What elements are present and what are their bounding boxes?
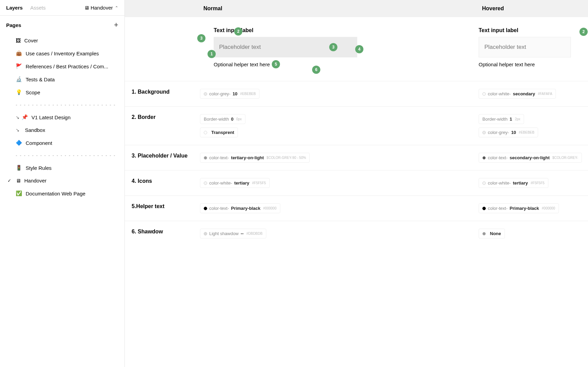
- spec-col-normal: color-text-tertiary-on-light$COLOR-GREY-…: [200, 153, 479, 163]
- spec-label: 6. Shawdow: [125, 229, 200, 239]
- text-input-box-hovered: Placeholder text 2: [479, 37, 571, 57]
- page-divider: - - - - - - - - - - - - - - - - - - - - …: [0, 99, 124, 111]
- spec-chip: color-text-secondary-on-light$COLOR-GREY…: [479, 153, 582, 163]
- page-item[interactable]: ✅Documentation Web Page: [0, 187, 124, 200]
- spec-row: 5.Helper textcolor-text-Primary-black#00…: [125, 195, 588, 221]
- spec-row: 3. Placeholder / Valuecolor-text-tertiar…: [125, 145, 588, 170]
- page-item[interactable]: 🔷Component: [0, 136, 124, 149]
- spec-col-hovered: color-text-Primary-black#000000: [479, 203, 588, 213]
- spec-col-normal: color-white-tertiary#F5F5F5: [200, 178, 479, 188]
- page-item[interactable]: ↘📌V1 Latest Design: [0, 111, 124, 124]
- spec-col-normal: Border-width 00pxTransprent: [200, 114, 479, 137]
- annotation-badge-2-hov: 2: [579, 28, 588, 36]
- text-input-box-normal: Placeholder text 3 2 1 3 4 6: [214, 37, 357, 57]
- sidebar-tabs: Layers Assets 🖥 Handover ⌃: [0, 0, 124, 16]
- page-item[interactable]: 🔬Tests & Data: [0, 73, 124, 86]
- column-header-hovered: Hovered: [479, 5, 588, 12]
- page-item[interactable]: 👜Use cases / Inventory Examples: [0, 47, 124, 60]
- current-page-dropdown[interactable]: 🖥 Handover ⌃: [84, 5, 118, 11]
- preview-hovered: Text input label Placeholder text 2 Opti…: [479, 27, 588, 67]
- page-item[interactable]: 🚦Style Rules: [0, 161, 124, 174]
- spec-chip: color-text-Primary-black#000000: [479, 203, 559, 213]
- spec-chip: color-text-Primary-black#000000: [200, 203, 280, 213]
- spec-col-hovered: Border-width 12pxcolor-grey-10#EBEBEB: [479, 114, 588, 137]
- sidebar: Layers Assets 🖥 Handover ⌃ Pages + 🖼Cove…: [0, 0, 125, 367]
- spec-row: 2. BorderBorder-width 00pxTransprentBord…: [125, 106, 588, 145]
- page-list: 🖼Cover👜Use cases / Inventory Examples🚩Re…: [0, 33, 124, 201]
- state-header-row: Normal Hovered: [125, 0, 588, 17]
- page-item[interactable]: ↘Sandbox: [0, 124, 124, 136]
- spec-row: 1. Backgroundcolor-grey-10#EBEBEBcolor-w…: [125, 81, 588, 106]
- spec-col-normal: color-text-Primary-black#000000: [200, 203, 479, 213]
- spec-label: 5.Helper text: [125, 203, 200, 213]
- placeholder-text: Placeholder text: [219, 44, 261, 51]
- spec-chip: Light shawdow --#DBDBDB: [200, 229, 266, 239]
- spec-col-hovered: color-text-secondary-on-light$COLOR-GREY…: [479, 153, 588, 163]
- spec-col-hovered: None: [479, 229, 588, 239]
- add-page-button[interactable]: +: [114, 21, 118, 29]
- spec-chip: color-text-tertiary-on-light$COLOR-GREY-…: [200, 153, 310, 163]
- page-divider: - - - - - - - - - - - - - - - - - - - - …: [0, 149, 124, 161]
- spec-label: 4. Icons: [125, 178, 200, 188]
- pages-heading: Pages: [6, 22, 21, 28]
- annotation-badge-3b: 3: [329, 43, 337, 51]
- annotation-badge-1: 1: [208, 50, 216, 58]
- tab-assets[interactable]: Assets: [30, 5, 45, 11]
- spec-chip: None: [479, 229, 505, 239]
- specs-container: 1. Backgroundcolor-grey-10#EBEBEBcolor-w…: [125, 81, 588, 246]
- annotation-badge-3: 3: [197, 34, 205, 42]
- spec-label: 3. Placeholder / Value: [125, 153, 200, 163]
- spec-label: 2. Border: [125, 114, 200, 137]
- spec-col-hovered: color-white-secondary#FAFAFA: [479, 89, 588, 99]
- spec-chip: color-white-tertiary#F5F5F5: [479, 178, 548, 188]
- page-item[interactable]: 🖼Cover: [0, 34, 124, 47]
- spec-col-normal: Light shawdow --#DBDBDB: [200, 229, 479, 239]
- page-item[interactable]: 🚩References / Best Practices / Com...: [0, 60, 124, 73]
- placeholder-text-hov: Placeholder text: [484, 44, 526, 51]
- column-header-normal: Normal: [200, 5, 479, 12]
- annotation-badge-5: 5: [272, 60, 280, 68]
- preview-row: Text input label Placeholder text 3 2 1 …: [125, 17, 588, 81]
- spec-col-normal: color-grey-10#EBEBEB: [200, 89, 479, 99]
- annotation-badge-4: 4: [355, 45, 363, 53]
- spec-chip: color-grey-10#EBEBEB: [200, 89, 259, 99]
- spec-label: 1. Background: [125, 89, 200, 99]
- page-item[interactable]: 🖥Handover: [0, 174, 124, 187]
- page-item[interactable]: 💡Scope: [0, 86, 124, 99]
- text-input-label-hov: Text input label: [479, 27, 588, 33]
- tab-layers[interactable]: Layers: [6, 5, 23, 11]
- main-canvas: Normal Hovered Text input label Placehol…: [125, 0, 588, 367]
- spec-chip: color-white-tertiary#F5F5F5: [200, 178, 270, 188]
- spec-chip: Transprent: [200, 127, 238, 137]
- spec-col-hovered: color-white-tertiary#F5F5F5: [479, 178, 588, 188]
- spec-chip: color-grey-10#EBEBEB: [479, 127, 538, 137]
- preview-normal: Text input label Placeholder text 3 2 1 …: [200, 27, 479, 67]
- helper-text-hov: Optional helper text here: [479, 62, 588, 67]
- annotation-badge-2: 2: [234, 27, 242, 36]
- spec-chip: color-white-secondary#FAFAFA: [479, 89, 556, 99]
- spec-chip: Border-width 12px: [479, 114, 524, 124]
- helper-text: Optional helper text here 5: [200, 62, 479, 67]
- chevron-up-icon: ⌃: [115, 5, 118, 10]
- spec-chip: Border-width 00px: [200, 114, 245, 124]
- spec-row: 6. ShawdowLight shawdow --#DBDBDBNone: [125, 221, 588, 246]
- pages-header: Pages +: [0, 16, 124, 33]
- spec-row: 4. Iconscolor-white-tertiary#F5F5F5color…: [125, 170, 588, 195]
